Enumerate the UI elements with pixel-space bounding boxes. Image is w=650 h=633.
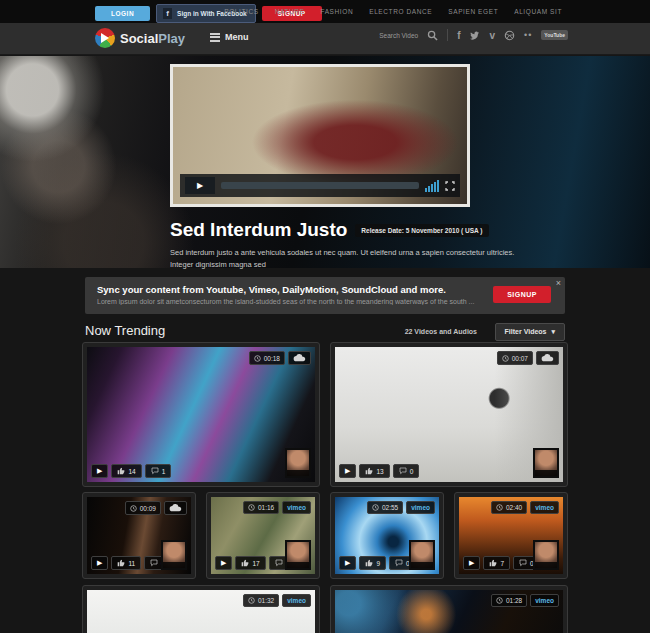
video-card[interactable]: 01:16 vimeo ▶ 17 1 bbox=[206, 492, 320, 579]
uploader-avatar[interactable] bbox=[533, 540, 559, 570]
duration-badge: 02:40 bbox=[491, 501, 527, 514]
duration-badge: 00:07 bbox=[497, 351, 533, 365]
uploader-avatar[interactable] bbox=[533, 448, 559, 478]
video-card[interactable]: 02:55 vimeo ▶ 9 0 bbox=[330, 492, 444, 579]
likes-chip[interactable]: 11 bbox=[111, 556, 141, 570]
filter-label: Filter Videos bbox=[505, 328, 547, 336]
video-card[interactable]: 01:28 vimeo bbox=[330, 585, 568, 633]
video-card[interactable]: 00:18 ▶ 14 1 bbox=[82, 342, 320, 487]
player-progress-bar[interactable] bbox=[221, 182, 419, 189]
clock-icon bbox=[502, 355, 509, 362]
comments-chip[interactable]: 1 bbox=[145, 464, 172, 478]
facebook-icon: f bbox=[163, 8, 172, 19]
flickr-icon[interactable]: •• bbox=[524, 30, 532, 40]
likes-chip[interactable]: 14 bbox=[111, 464, 141, 478]
clock-icon bbox=[254, 355, 261, 362]
video-thumbnail: 00:09 ▶ 11 0 bbox=[87, 497, 191, 574]
player-play-button[interactable]: ▶ bbox=[185, 177, 215, 194]
cloud-icon bbox=[541, 354, 554, 362]
logo-icon bbox=[95, 28, 115, 48]
vimeo-badge: vimeo bbox=[282, 594, 311, 607]
nav-item-fashion[interactable]: FASHION bbox=[320, 8, 353, 15]
trending-title: Now Trending bbox=[85, 323, 165, 338]
twitter-icon[interactable] bbox=[469, 31, 480, 40]
uploader-avatar[interactable] bbox=[285, 540, 311, 570]
card-play-button[interactable]: ▶ bbox=[339, 464, 356, 478]
card-play-button[interactable]: ▶ bbox=[91, 464, 108, 478]
banner-close-icon[interactable]: × bbox=[556, 278, 561, 288]
clock-icon bbox=[372, 504, 379, 511]
duration-badge: 01:16 bbox=[243, 501, 279, 514]
youtube-icon[interactable]: YouTube bbox=[541, 30, 568, 40]
uploader-avatar[interactable] bbox=[285, 448, 311, 478]
likes-chip[interactable]: 9 bbox=[359, 556, 386, 570]
clock-icon bbox=[496, 504, 503, 511]
player-fullscreen-icon[interactable] bbox=[445, 181, 455, 191]
banner-signup-button[interactable]: SIGNUP bbox=[493, 286, 551, 303]
search-icon[interactable] bbox=[427, 30, 438, 41]
nav-item-sapien-eget[interactable]: SAPIEN EGET bbox=[448, 8, 498, 15]
top-nav: POLITICS NATURE FASHION ELECTRO DANCE SA… bbox=[224, 8, 562, 15]
comment-icon bbox=[395, 559, 403, 567]
menu-label: Menu bbox=[225, 32, 249, 42]
comment-icon bbox=[275, 559, 283, 567]
uploader-avatar[interactable] bbox=[161, 540, 187, 570]
sync-banner: Sync your content from Youtube, Vimeo, D… bbox=[85, 277, 565, 314]
soundcloud-badge bbox=[288, 351, 311, 365]
trending-header: Now Trending 22 Videos and Audios Filter… bbox=[85, 321, 565, 341]
logo-text-play: Play bbox=[158, 31, 185, 46]
video-card[interactable]: 01:32 vimeo bbox=[82, 585, 320, 633]
filter-videos-button[interactable]: Filter Videos ▾ bbox=[495, 323, 565, 341]
hamburger-icon bbox=[210, 31, 220, 43]
card-play-button[interactable]: ▶ bbox=[215, 556, 232, 570]
likes-chip[interactable]: 17 bbox=[235, 556, 265, 570]
card-play-button[interactable]: ▶ bbox=[339, 556, 356, 570]
nav-item-politics[interactable]: POLITICS bbox=[224, 8, 258, 15]
like-icon bbox=[241, 559, 249, 567]
card-stats: ▶ 14 1 bbox=[91, 464, 171, 478]
nav-item-electro-dance[interactable]: ELECTRO DANCE bbox=[369, 8, 432, 15]
video-card[interactable]: 02:40 vimeo ▶ 7 0 bbox=[454, 492, 568, 579]
like-icon bbox=[365, 467, 373, 475]
logo-text-social: Social bbox=[120, 31, 158, 46]
login-button[interactable]: LOGIN bbox=[95, 6, 150, 21]
header: SocialPlay Menu Search Video f v •• YouT… bbox=[0, 23, 650, 55]
hero-section: ▶ Sed Interdum Justo Release Date: 5 Nov… bbox=[0, 56, 650, 268]
facebook-social-icon[interactable]: f bbox=[457, 30, 460, 41]
comment-icon bbox=[519, 559, 527, 567]
video-thumbnail: 01:16 vimeo ▶ 17 1 bbox=[211, 497, 315, 574]
nav-item-aliquam-sit[interactable]: ALIQUAM SIT bbox=[514, 8, 562, 15]
video-card[interactable]: 00:09 ▶ 11 0 bbox=[82, 492, 196, 579]
card-stats: ▶ 7 0 bbox=[463, 556, 540, 570]
player-volume-control[interactable] bbox=[425, 180, 439, 192]
uploader-avatar[interactable] bbox=[409, 540, 435, 570]
likes-chip[interactable]: 7 bbox=[483, 556, 510, 570]
logo[interactable]: SocialPlay bbox=[95, 28, 185, 48]
duration-badge: 01:32 bbox=[243, 594, 279, 607]
like-icon bbox=[489, 559, 497, 567]
banner-subtitle: Lorem ipsum dolor sit ametconsecturom th… bbox=[97, 298, 487, 305]
video-thumbnail: 00:07 ▶ 13 0 bbox=[335, 347, 563, 482]
card-play-button[interactable]: ▶ bbox=[463, 556, 480, 570]
card-play-button[interactable]: ▶ bbox=[91, 556, 108, 570]
player-controls: ▶ bbox=[180, 174, 460, 197]
dribbble-icon[interactable] bbox=[504, 30, 515, 41]
card-stats: ▶ 13 0 bbox=[339, 464, 419, 478]
nav-item-nature[interactable]: NATURE bbox=[275, 8, 305, 15]
video-thumbnail: 01:28 vimeo bbox=[335, 590, 563, 633]
featured-video-player[interactable]: ▶ bbox=[170, 64, 470, 207]
video-thumbnail: 02:40 vimeo ▶ 7 0 bbox=[459, 497, 563, 574]
banner-title: Sync your content from Youtube, Vimeo, D… bbox=[97, 284, 446, 295]
soundcloud-badge bbox=[164, 501, 187, 515]
vimeo-badge: vimeo bbox=[530, 501, 559, 514]
trending-count: 22 Videos and Audios bbox=[405, 328, 477, 335]
comments-chip[interactable]: 0 bbox=[393, 464, 420, 478]
duration-badge: 00:18 bbox=[249, 351, 285, 365]
menu-button[interactable]: Menu bbox=[210, 31, 249, 43]
video-card[interactable]: 00:07 ▶ 13 0 bbox=[330, 342, 568, 487]
header-right: Search Video f v •• YouTube bbox=[379, 29, 568, 41]
likes-chip[interactable]: 13 bbox=[359, 464, 389, 478]
vimeo-icon[interactable]: v bbox=[489, 30, 495, 41]
search-video-link[interactable]: Search Video bbox=[379, 32, 418, 39]
card-stats: ▶ 11 0 bbox=[91, 556, 171, 570]
